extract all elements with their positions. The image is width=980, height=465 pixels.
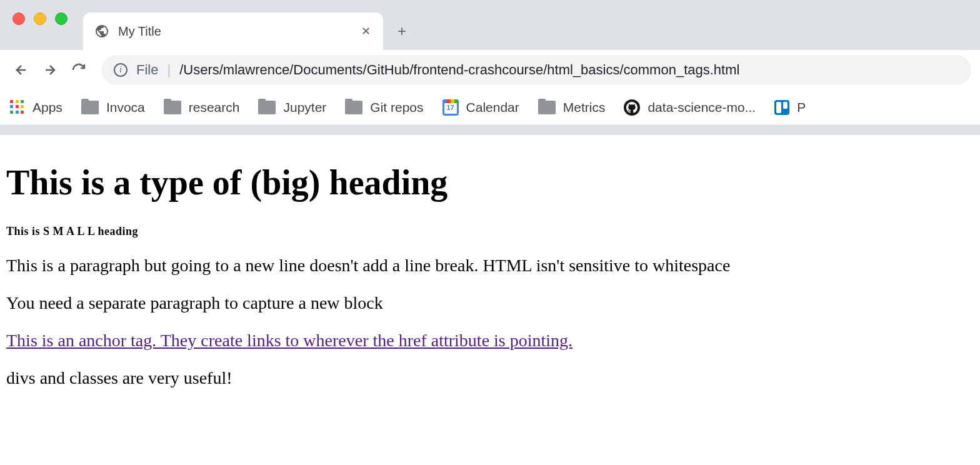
browser-toolbar: i File | /Users/mlawrence/Documents/GitH… (0, 50, 980, 90)
tab-bar: My Title ✕ + (0, 0, 980, 50)
paragraph-2: You need a separate paragraph to capture… (6, 293, 974, 313)
bookmarks-bar: Apps Invoca research Jupyter Git repos 1… (0, 90, 980, 125)
bookmark-label: Metrics (563, 100, 606, 115)
bookmark-label: Jupyter (283, 100, 326, 115)
bookmark-invoca[interactable]: Invoca (81, 100, 145, 115)
forward-button[interactable] (38, 58, 62, 82)
page-content: This is a type of (big) heading This is … (0, 135, 980, 416)
close-tab-button[interactable]: ✕ (359, 25, 372, 38)
folder-icon (345, 101, 362, 114)
url-scheme: File (136, 62, 158, 78)
bookmark-git-repos[interactable]: Git repos (345, 100, 423, 115)
page-heading-h6: This is S M A L L heading (6, 225, 974, 238)
bookmark-label: data-science-mo... (648, 100, 756, 115)
paragraph-1: This is a paragraph but going to a new l… (6, 256, 974, 276)
bookmark-research[interactable]: research (164, 100, 240, 115)
calendar-icon: 17 (442, 99, 459, 116)
bookmark-label: Apps (32, 100, 62, 115)
bookmark-jupyter[interactable]: Jupyter (258, 100, 326, 115)
globe-icon (94, 24, 109, 39)
anchor-paragraph: This is an anchor tag. They create links… (6, 331, 974, 351)
apps-icon (10, 100, 25, 115)
bookmark-label: Calendar (466, 100, 519, 115)
folder-icon (81, 101, 99, 114)
reload-button[interactable] (66, 58, 91, 82)
tab-title: My Title (118, 24, 351, 39)
minimize-window-button[interactable] (34, 12, 46, 25)
bookmark-label: P (797, 100, 806, 115)
back-button[interactable] (9, 58, 34, 82)
folder-icon (538, 101, 556, 114)
bookmark-metrics[interactable]: Metrics (538, 100, 606, 115)
info-icon[interactable]: i (114, 63, 128, 77)
bookmark-trello[interactable]: P (774, 100, 806, 115)
url-path: /Users/mlawrence/Documents/GitHub/fronte… (179, 62, 739, 78)
page-heading-h1: This is a type of (big) heading (6, 162, 974, 202)
url-separator: | (167, 62, 171, 78)
trello-icon (774, 100, 789, 115)
bookmark-label: research (189, 100, 240, 115)
window-controls (6, 12, 80, 38)
anchor-link[interactable]: This is an anchor tag. They create links… (6, 331, 572, 350)
browser-chrome: My Title ✕ + i File | /Users/mlawrence/D… (0, 0, 980, 135)
new-tab-button[interactable]: + (389, 19, 414, 44)
maximize-window-button[interactable] (55, 12, 68, 25)
bookmark-data-science[interactable]: data-science-mo... (624, 99, 756, 116)
folder-icon (258, 101, 276, 114)
bookmark-label: Invoca (106, 100, 145, 115)
close-window-button[interactable] (12, 12, 25, 25)
browser-tab[interactable]: My Title ✕ (83, 12, 383, 50)
bookmark-calendar[interactable]: 17 Calendar (442, 99, 519, 116)
div-text: divs and classes are very useful! (6, 368, 974, 388)
address-bar[interactable]: i File | /Users/mlawrence/Documents/GitH… (101, 55, 971, 85)
folder-icon (164, 101, 181, 114)
github-icon (624, 99, 640, 116)
bookmark-apps[interactable]: Apps (10, 100, 62, 115)
bookmark-label: Git repos (370, 100, 423, 115)
